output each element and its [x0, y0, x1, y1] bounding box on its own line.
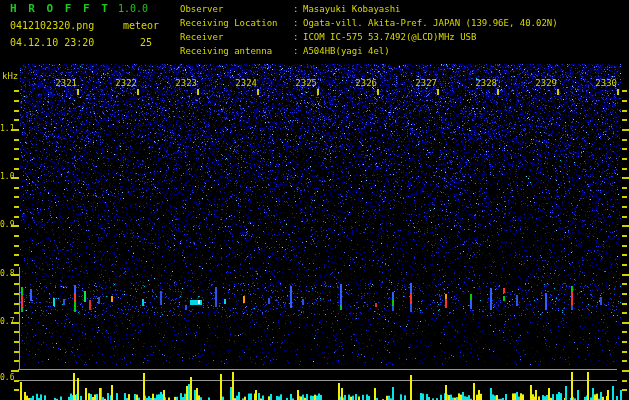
observer-value: Masayuki Kobayashi: [303, 4, 401, 14]
observer-separator: :: [293, 4, 298, 14]
receiving-antenna-separator: :: [293, 46, 298, 56]
time-tick-label-2321: 2321: [53, 78, 77, 88]
receiver-separator: :: [293, 32, 298, 42]
freq-tick-label-1p0: 1.0: [0, 172, 14, 181]
time-tick-label-2328: 2328: [473, 78, 497, 88]
freq-tick-label-0p8: 0.8: [0, 269, 14, 278]
freq-axis-unit-label: kHz: [2, 71, 18, 81]
hrofft-output-image: H R O F F T 1.0.0 0412102320.png meteor …: [0, 0, 629, 400]
time-tick-label-2330: 2330: [593, 78, 617, 88]
freq-tick-label-0p6: 0.6: [0, 373, 14, 382]
observer-label: Observer: [180, 4, 223, 14]
receiving-antenna-value: A504HB(yagi 4el): [303, 46, 390, 56]
echo-count: 25: [140, 37, 152, 48]
time-tick-label-2327: 2327: [413, 78, 437, 88]
freq-tick-label-0p7: 0.7: [0, 317, 14, 326]
app-title: H R O F F T: [10, 2, 110, 15]
freq-tick-label-0p9: 0.9: [0, 220, 14, 229]
app-version: 1.0.0: [118, 3, 148, 14]
time-tick-label-2323: 2323: [173, 78, 197, 88]
spectrogram-canvas: [0, 0, 629, 400]
time-tick-label-2324: 2324: [233, 78, 257, 88]
time-tick-label-2325: 2325: [293, 78, 317, 88]
freq-tick-label-1p1: 1.1: [0, 124, 14, 133]
observation-datetime: 04.12.10 23:20: [10, 37, 94, 48]
mode-label: meteor: [123, 20, 159, 31]
time-tick-label-2326: 2326: [353, 78, 377, 88]
receiving-antenna-label: Receiving antenna: [180, 46, 272, 56]
receiver-value: ICOM IC-575 53.7492(@LCD)MHz USB: [303, 32, 476, 42]
receiver-label: Receiver: [180, 32, 223, 42]
receiving-location-separator: :: [293, 18, 298, 28]
receiving-location-label: Receiving Location: [180, 18, 278, 28]
time-tick-label-2322: 2322: [113, 78, 137, 88]
output-filename: 0412102320.png: [10, 20, 94, 31]
time-tick-label-2329: 2329: [533, 78, 557, 88]
receiving-location-value: Ogata-vill. Akita-Pref. JAPAN (139.96E, …: [303, 18, 558, 28]
